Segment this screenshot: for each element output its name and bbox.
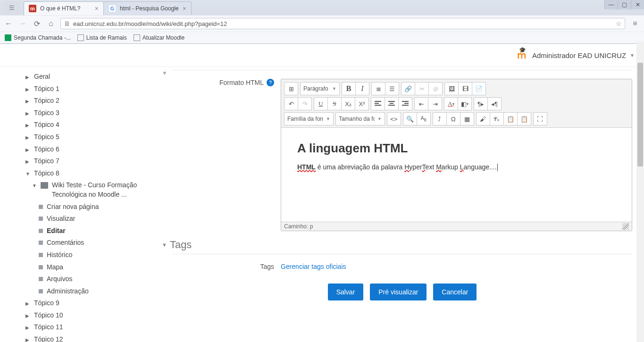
save-button[interactable]: Salvar	[328, 284, 364, 300]
sidebar-item-label: Tópico 3	[34, 108, 59, 118]
chevron-down-icon: ▼	[162, 242, 167, 248]
special-char-icon[interactable]: Ω	[446, 112, 460, 125]
sidebar-item-label: Arquivos	[47, 275, 72, 284]
insert-nbsp-icon[interactable]: AB	[417, 112, 431, 125]
sidebar-item[interactable]: Arquivos	[39, 275, 163, 284]
number-list-icon[interactable]: ☰	[385, 82, 399, 95]
toolbar-toggle-icon[interactable]: ⊞	[284, 82, 298, 95]
sidebar-item[interactable]: ▶Tópico 1	[25, 84, 163, 94]
sidebar-item[interactable]: ▼Wiki Teste - Curso Formação Tecnológica…	[32, 181, 163, 199]
bullet-list-icon[interactable]: ≣	[371, 82, 385, 95]
page-scrollbar[interactable]	[636, 42, 644, 342]
unlink-icon[interactable]: ✂	[415, 82, 429, 95]
sidebar-item[interactable]: ▶Tópico 9	[25, 299, 163, 308]
bookmark-item[interactable]: Lista de Ramais	[77, 34, 127, 41]
back-button[interactable]: ←	[4, 19, 13, 28]
sidebar-item[interactable]: Comentários	[39, 238, 163, 248]
manage-tags-link[interactable]: Gerenciar tags oficiais	[281, 263, 346, 270]
find-replace-icon[interactable]: 🔍	[403, 112, 417, 125]
editor-content[interactable]: A linguagem HTML HTML é uma abreviação d…	[281, 127, 632, 222]
address-bar[interactable]: 🗎 ead.unicruz.edu.br/moodle/mod/wiki/edi…	[60, 18, 625, 29]
preview-button[interactable]: Pré visualizar	[370, 284, 427, 300]
bookmark-star-icon[interactable]: ☆	[616, 20, 622, 27]
close-tab-icon[interactable]: ×	[183, 5, 186, 12]
resize-handle-icon[interactable]	[622, 223, 629, 230]
paste-word-icon[interactable]: 📋	[517, 112, 531, 125]
ltr-icon[interactable]: ¶▸	[474, 97, 488, 110]
sidebar-item[interactable]: ▶Tópico 2	[25, 96, 163, 106]
sidebar-item[interactable]: ▶Tópico 4	[25, 120, 163, 130]
indent-icon[interactable]: ⇥	[428, 97, 442, 110]
window-maximize[interactable]: ▢	[618, 0, 631, 9]
strike-icon[interactable]: S	[327, 97, 342, 110]
sidebar-item[interactable]: ▶Tópico 10	[25, 311, 163, 320]
italic-icon[interactable]: I	[355, 82, 369, 95]
clear-format-icon[interactable]: Tₓ	[490, 112, 504, 125]
sidebar-item[interactable]: ▶Tópico 11	[25, 323, 163, 332]
paragraph-select[interactable]: Parágrafo▼	[300, 82, 340, 95]
bookmark-item[interactable]: Segunda Chamada -...	[5, 34, 71, 41]
html-source-icon[interactable]: <>	[387, 112, 401, 125]
paste-text-icon[interactable]: 📋	[503, 112, 518, 125]
sidebar-item[interactable]: ▶Geral	[25, 72, 163, 82]
font-size-select[interactable]: Tamanho da fon▼	[335, 112, 385, 125]
tags-section-header[interactable]: ▼ Tags	[162, 239, 632, 251]
outdent-icon[interactable]: ⇤	[414, 97, 428, 110]
help-icon[interactable]: ?	[267, 79, 274, 86]
text-color-icon[interactable]: A▾	[444, 97, 458, 110]
forward-button[interactable]: →	[18, 19, 27, 28]
sidebar-item[interactable]: ▶Tópico 5	[25, 133, 163, 142]
prevent-link-icon[interactable]: ⊘	[428, 82, 443, 95]
table-icon[interactable]: ▦	[460, 112, 474, 125]
bookmark-item[interactable]: Atualizar Moodle	[134, 34, 184, 41]
fullscreen-icon[interactable]: ⛶	[533, 112, 547, 125]
square-icon	[39, 205, 43, 209]
link-icon[interactable]: 🔗	[401, 82, 415, 95]
window-close[interactable]: ✕	[631, 0, 644, 9]
cancel-button[interactable]: Cancelar	[433, 284, 477, 300]
sidebar-item[interactable]: ▶Tópico 7	[25, 157, 163, 166]
undo-icon[interactable]: ↶	[284, 97, 298, 110]
app-menu-icon[interactable]: ☰	[4, 1, 20, 14]
user-menu[interactable]: ṁ Administrador EAD UNICRUZ ▼	[515, 49, 635, 62]
redo-icon[interactable]: ↷	[298, 97, 312, 110]
sidebar-item[interactable]: ▼Tópico 8	[25, 169, 163, 178]
file-icon[interactable]: 📄	[472, 82, 486, 95]
home-button[interactable]: ⌂	[46, 19, 56, 28]
sidebar-item[interactable]: ▶Tópico 3	[25, 108, 163, 118]
align-left-icon[interactable]	[371, 97, 385, 110]
format-row: Formato HTML ? ⊞ Parágrafo▼ B I	[172, 79, 632, 231]
browser-tab[interactable]: Ghtml - Pesquisa Google×	[103, 1, 192, 15]
rtl-icon[interactable]: ◂¶	[487, 97, 502, 110]
browser-menu-button[interactable]: ≡	[630, 19, 640, 28]
scroll-thumb[interactable]	[637, 63, 643, 167]
sidebar-item[interactable]: Criar nova página	[39, 202, 163, 212]
insert-char-upload-icon[interactable]: ⤴	[433, 112, 447, 125]
sidebar-item-label: Mapa	[47, 263, 63, 272]
sidebar-item[interactable]: Editar	[39, 226, 163, 236]
bold-icon[interactable]: B	[342, 82, 356, 95]
collapse-section-icon[interactable]: ▼	[162, 70, 167, 76]
font-family-select[interactable]: Família da font▼	[284, 112, 334, 125]
sidebar-item[interactable]: Visualizar	[39, 214, 163, 224]
window-minimize[interactable]: —	[604, 0, 618, 9]
sidebar-item[interactable]: Mapa	[39, 263, 163, 272]
media-icon[interactable]: 🎞	[458, 82, 472, 95]
superscript-icon[interactable]: X²	[355, 97, 369, 110]
close-tab-icon[interactable]: ×	[95, 5, 99, 12]
align-center-icon[interactable]	[385, 97, 399, 110]
align-right-icon[interactable]	[398, 97, 412, 110]
underline-icon[interactable]: U	[314, 97, 328, 110]
clear-format-brush-icon[interactable]: 🖌	[476, 112, 490, 125]
sidebar-item[interactable]: Histórico	[39, 250, 163, 260]
sidebar-item[interactable]: ▶Tópico 12	[25, 335, 163, 342]
image-icon[interactable]: 🖼	[444, 82, 459, 95]
browser-tab[interactable]: mO que é HTML?×	[24, 1, 104, 15]
sidebar-item[interactable]: Administração	[39, 287, 163, 296]
reload-button[interactable]: ⟳	[32, 19, 42, 28]
square-icon	[39, 277, 43, 281]
subscript-icon[interactable]: X₂	[341, 97, 355, 110]
sidebar-item[interactable]: ▶Tópico 6	[25, 145, 163, 154]
format-label: Formato HTML	[219, 79, 264, 86]
bg-color-icon[interactable]: ◧▾	[458, 97, 472, 110]
